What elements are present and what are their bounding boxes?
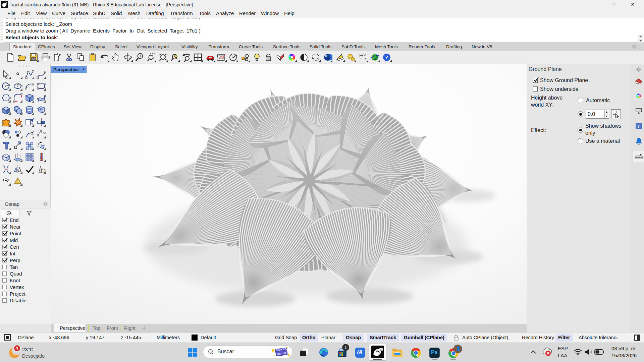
svg-text:?: ? xyxy=(385,54,388,61)
svg-text:8: 8 xyxy=(6,2,7,5)
svg-text:8: 8 xyxy=(381,347,383,351)
svg-text:?: ? xyxy=(638,124,640,129)
